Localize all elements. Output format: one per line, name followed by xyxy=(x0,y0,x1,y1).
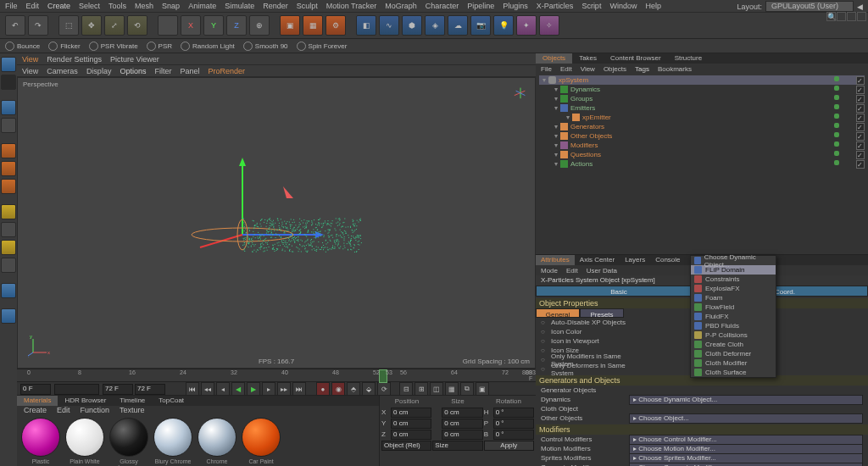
visibility-dot[interactable] xyxy=(834,76,839,81)
obj-menu-tags[interactable]: Tags xyxy=(635,65,649,73)
menu-create[interactable]: Create xyxy=(47,2,70,10)
soft-select-button[interactable] xyxy=(1,258,16,273)
keymode-1-button[interactable]: ⊟ xyxy=(399,382,413,396)
keymode-2-button[interactable]: ⊞ xyxy=(415,382,428,396)
script-smooth-90[interactable]: Smooth 90 xyxy=(243,42,288,51)
menu-tools[interactable]: Tools xyxy=(108,2,126,10)
tab-topcoat[interactable]: TopCoat xyxy=(152,396,191,406)
layout-prev-icon[interactable]: ◀ xyxy=(857,3,863,11)
obj-menu-edit[interactable]: Edit xyxy=(560,65,572,73)
menu-select[interactable]: Select xyxy=(79,2,100,10)
script-random-light[interactable]: Random Light xyxy=(181,42,235,51)
material-item[interactable]: Chrome xyxy=(197,418,237,466)
visibility-dot[interactable] xyxy=(834,151,839,156)
x-axis-button[interactable]: X xyxy=(181,15,201,36)
menu-plugins[interactable]: Plugins xyxy=(503,2,528,10)
rot-field[interactable]: 0 ° xyxy=(493,430,534,440)
context-menu-item[interactable]: P-P Collisions xyxy=(691,330,776,340)
menu-snap[interactable]: Snap xyxy=(162,2,180,10)
menu-help[interactable]: Help xyxy=(645,2,661,10)
attr-dropdown[interactable]: ▸ Choose Dynamic Object... xyxy=(629,395,863,405)
coord-mode-dropdown[interactable]: Object (Rel) xyxy=(381,441,431,451)
attr-dropdown[interactable]: ▸ Choose Object... xyxy=(629,413,863,424)
menu-sculpt[interactable]: Sculpt xyxy=(297,2,318,10)
coord-sys-button[interactable]: ⊕ xyxy=(249,15,270,36)
context-menu-item[interactable]: FluidFX xyxy=(691,312,776,321)
add-deformer-button[interactable]: ◈ xyxy=(425,15,445,36)
tool-button-1[interactable] xyxy=(158,15,178,36)
subtab-presets[interactable]: Presets xyxy=(580,308,624,318)
context-menu-item[interactable]: FlowField xyxy=(691,302,776,312)
expand-icon[interactable]: ▾ xyxy=(554,123,558,130)
key-rot-button[interactable]: ⟳ xyxy=(377,382,391,396)
xp-button-1[interactable]: ✦ xyxy=(516,15,537,36)
render-settings-button[interactable]: ⚙ xyxy=(326,15,346,36)
enable-checkbox[interactable]: ✓ xyxy=(856,141,865,150)
expand-icon[interactable]: ▾ xyxy=(554,160,558,168)
tree-item[interactable]: ▾Dynamics✓ xyxy=(539,85,865,94)
tab-content-browser[interactable]: Content Browser xyxy=(604,53,668,64)
menu-animate[interactable]: Animate xyxy=(188,2,216,10)
snap-button[interactable] xyxy=(1,240,16,255)
undo-button[interactable]: ↶ xyxy=(5,15,25,36)
move-tool-button[interactable]: ✥ xyxy=(81,15,102,36)
vm2-cameras[interactable]: Cameras xyxy=(47,67,78,75)
size-field[interactable]: 0 cm xyxy=(442,408,482,418)
context-menu-item[interactable]: Choose Dynamic Object... xyxy=(691,256,776,265)
attr-menu-edit[interactable]: Edit xyxy=(566,267,578,275)
add-cube-button[interactable]: ◧ xyxy=(356,15,376,36)
add-light-button[interactable]: 💡 xyxy=(493,15,514,36)
enable-checkbox[interactable]: ✓ xyxy=(856,86,865,94)
mat-menu-edit[interactable]: Edit xyxy=(57,406,70,414)
menu-simulate[interactable]: Simulate xyxy=(225,2,254,10)
vm2-prorender[interactable]: ProRender xyxy=(208,67,245,75)
script-psr[interactable]: PSR xyxy=(147,42,172,51)
menu-character[interactable]: Character xyxy=(426,2,459,10)
keymode-6-button[interactable]: ▣ xyxy=(476,382,489,396)
vm2-display[interactable]: Display xyxy=(86,67,112,75)
enable-checkbox[interactable]: ✓ xyxy=(856,95,865,103)
tab-timeline[interactable]: Timeline xyxy=(113,396,152,406)
material-item[interactable]: Plain White xyxy=(64,418,105,466)
expand-icon[interactable]: ▾ xyxy=(554,151,558,158)
material-item[interactable]: Glossy Lacquer xyxy=(108,418,149,466)
visibility-dot[interactable] xyxy=(834,141,839,147)
tree-item[interactable]: ▾xpEmitter✓ xyxy=(539,113,865,122)
expand-icon[interactable]: ▾ xyxy=(554,141,558,149)
vm1-picture-viewer[interactable]: Picture Viewer xyxy=(110,55,159,64)
enable-checkbox[interactable]: ✓ xyxy=(856,151,865,159)
pos-field[interactable]: 0 cm xyxy=(391,408,431,418)
vm1-view[interactable]: View xyxy=(22,55,38,64)
material-item[interactable]: Blury Chrome xyxy=(153,418,193,466)
fps-field[interactable]: 72 F xyxy=(135,384,165,395)
tree-item[interactable]: ▾Actions✓ xyxy=(539,159,865,169)
keymode-5-button[interactable]: ⧉ xyxy=(460,382,474,396)
pos-field[interactable]: 0 cm xyxy=(391,419,431,429)
workplane-mode-button[interactable] xyxy=(1,118,16,133)
dynamics-context-menu[interactable]: Choose Dynamic Object...FLIP DomainConst… xyxy=(690,255,776,378)
next-frame-button[interactable]: ▸ xyxy=(262,382,275,396)
goto-end-button[interactable]: ⏭ xyxy=(292,382,306,396)
vm2-panel[interactable]: Panel xyxy=(180,67,199,75)
tree-item[interactable]: ▾Questions✓ xyxy=(539,150,865,159)
z-axis-button[interactable]: Z xyxy=(226,15,247,36)
tree-item[interactable]: ▾xpSystem✓ xyxy=(539,75,865,85)
size-field[interactable]: 0 cm xyxy=(442,419,482,429)
object-tree[interactable]: ▾xpSystem✓▾Dynamics✓▾Groups✓▾Emitters✓▾x… xyxy=(536,74,868,254)
rot-field[interactable]: 0 ° xyxy=(493,408,534,418)
menu-motiontracker[interactable]: Motion Tracker xyxy=(326,2,377,10)
tab-materials[interactable]: Materials xyxy=(17,396,58,406)
obj-menu-bookmarks[interactable]: Bookmarks xyxy=(658,65,692,73)
attr-menu-userdata[interactable]: User Data xyxy=(587,267,617,275)
xp-button-2[interactable]: ✧ xyxy=(539,15,559,36)
menu-script[interactable]: Script xyxy=(581,2,601,10)
object-mode-button[interactable] xyxy=(1,75,16,90)
render-picture-button[interactable]: ▦ xyxy=(303,15,323,36)
enable-checkbox[interactable]: ✓ xyxy=(856,104,865,113)
timeline-slider[interactable] xyxy=(54,384,99,395)
tree-item[interactable]: ▾Groups✓ xyxy=(539,94,865,103)
vm2-filter[interactable]: Filter xyxy=(154,67,171,75)
viewport-solo-button[interactable] xyxy=(1,283,16,298)
tab-layers[interactable]: Layers xyxy=(620,255,650,265)
obj-menu-view[interactable]: View xyxy=(581,65,595,73)
